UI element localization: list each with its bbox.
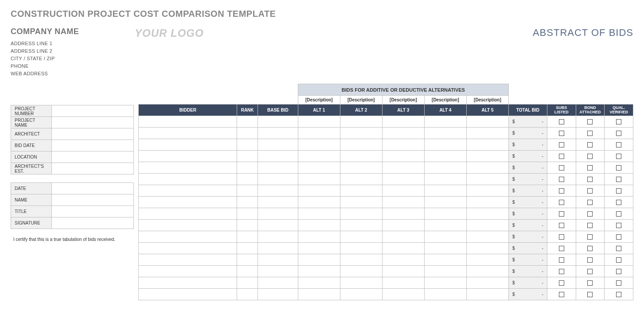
bid-cell[interactable] <box>382 116 424 128</box>
bid-cell[interactable] <box>424 277 466 289</box>
bid-cell[interactable] <box>237 174 258 185</box>
bid-cell[interactable] <box>298 208 340 220</box>
subs-listed-checkbox[interactable] <box>559 234 564 240</box>
bid-cell[interactable] <box>424 174 466 185</box>
bid-cell[interactable] <box>139 243 237 254</box>
bid-cell[interactable] <box>258 277 298 289</box>
bid-cell[interactable] <box>298 266 340 277</box>
alt5-description[interactable]: [Description] <box>466 96 508 105</box>
subs-listed-checkbox[interactable] <box>559 131 564 136</box>
bid-cell[interactable] <box>258 197 298 208</box>
bid-cell[interactable] <box>237 231 258 243</box>
bid-cell[interactable] <box>139 139 237 151</box>
alt1-description[interactable]: [Description] <box>298 96 340 105</box>
bid-cell[interactable] <box>298 254 340 266</box>
qual-verified-checkbox[interactable] <box>616 292 621 297</box>
bid-cell[interactable] <box>382 289 424 300</box>
qual-verified-checkbox[interactable] <box>616 142 621 147</box>
bid-cell[interactable] <box>382 162 424 174</box>
bid-cell[interactable] <box>382 277 424 289</box>
alt4-description[interactable]: [Description] <box>424 96 466 105</box>
bid-cell[interactable] <box>382 243 424 254</box>
bid-cell[interactable] <box>424 254 466 266</box>
bond-attached-checkbox[interactable] <box>587 188 593 194</box>
bid-cell[interactable] <box>340 116 382 128</box>
subs-listed-checkbox[interactable] <box>559 188 564 194</box>
value-bid-date[interactable] <box>52 140 134 151</box>
bid-cell[interactable] <box>382 197 424 208</box>
bid-cell[interactable] <box>139 254 237 266</box>
bid-cell[interactable] <box>466 254 508 266</box>
bid-cell[interactable] <box>298 116 340 128</box>
bid-cell[interactable] <box>258 289 298 300</box>
bid-cell[interactable] <box>258 162 298 174</box>
bid-cell[interactable] <box>466 162 508 174</box>
bid-cell[interactable] <box>466 174 508 185</box>
bid-cell[interactable] <box>258 254 298 266</box>
bid-cell[interactable] <box>237 139 258 151</box>
bid-cell[interactable] <box>424 116 466 128</box>
bid-cell[interactable] <box>298 151 340 162</box>
bid-cell[interactable] <box>139 277 237 289</box>
bid-cell[interactable] <box>139 197 237 208</box>
subs-listed-checkbox[interactable] <box>559 154 564 159</box>
value-date[interactable] <box>52 183 134 194</box>
bid-cell[interactable] <box>139 151 237 162</box>
bid-cell[interactable] <box>258 266 298 277</box>
bid-cell[interactable] <box>258 116 298 128</box>
bid-cell[interactable] <box>237 254 258 266</box>
bid-cell[interactable] <box>466 208 508 220</box>
bid-cell[interactable] <box>382 174 424 185</box>
bid-cell[interactable] <box>298 231 340 243</box>
bid-cell[interactable] <box>139 266 237 277</box>
subs-listed-checkbox[interactable] <box>559 165 564 171</box>
bid-cell[interactable] <box>258 128 298 139</box>
bid-cell[interactable] <box>466 197 508 208</box>
subs-listed-checkbox[interactable] <box>559 142 564 147</box>
bid-cell[interactable] <box>237 208 258 220</box>
bid-cell[interactable] <box>298 277 340 289</box>
bid-cell[interactable] <box>424 220 466 231</box>
bid-cell[interactable] <box>258 151 298 162</box>
bid-cell[interactable] <box>340 231 382 243</box>
bid-cell[interactable] <box>382 254 424 266</box>
bid-cell[interactable] <box>466 220 508 231</box>
value-project-number[interactable] <box>52 105 134 117</box>
bond-attached-checkbox[interactable] <box>587 200 593 205</box>
subs-listed-checkbox[interactable] <box>559 292 564 297</box>
bid-cell[interactable] <box>424 243 466 254</box>
bid-cell[interactable] <box>424 185 466 197</box>
bid-cell[interactable] <box>298 162 340 174</box>
qual-verified-checkbox[interactable] <box>616 280 621 286</box>
value-name[interactable] <box>52 194 134 206</box>
bond-attached-checkbox[interactable] <box>587 223 593 228</box>
bid-cell[interactable] <box>139 174 237 185</box>
bid-cell[interactable] <box>466 151 508 162</box>
bid-cell[interactable] <box>340 162 382 174</box>
subs-listed-checkbox[interactable] <box>559 177 564 182</box>
bid-cell[interactable] <box>466 289 508 300</box>
bid-cell[interactable] <box>466 128 508 139</box>
bid-cell[interactable] <box>382 151 424 162</box>
bid-cell[interactable] <box>139 208 237 220</box>
value-arch-est[interactable] <box>52 163 134 174</box>
subs-listed-checkbox[interactable] <box>559 269 564 274</box>
bond-attached-checkbox[interactable] <box>587 177 593 182</box>
bid-cell[interactable] <box>382 266 424 277</box>
bid-cell[interactable] <box>139 116 237 128</box>
bid-cell[interactable] <box>340 243 382 254</box>
bid-cell[interactable] <box>340 197 382 208</box>
bid-cell[interactable] <box>424 197 466 208</box>
bond-attached-checkbox[interactable] <box>587 165 593 171</box>
value-project-name[interactable] <box>52 117 134 128</box>
value-location[interactable] <box>52 151 134 163</box>
bid-cell[interactable] <box>258 220 298 231</box>
bid-cell[interactable] <box>237 243 258 254</box>
bid-cell[interactable] <box>139 128 237 139</box>
subs-listed-checkbox[interactable] <box>559 119 564 124</box>
bid-cell[interactable] <box>258 231 298 243</box>
bid-cell[interactable] <box>424 208 466 220</box>
bid-cell[interactable] <box>139 289 237 300</box>
bid-cell[interactable] <box>340 277 382 289</box>
bond-attached-checkbox[interactable] <box>587 211 593 217</box>
